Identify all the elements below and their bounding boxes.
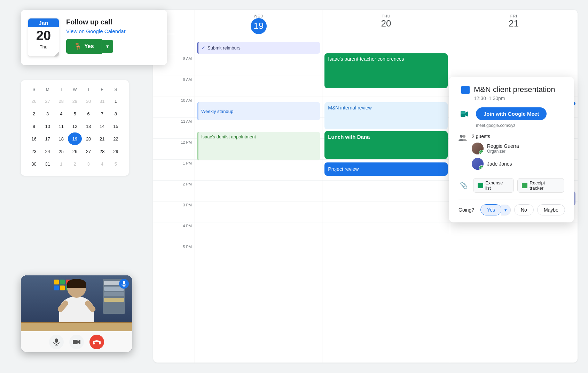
mini-cal-day[interactable]: 1: [109, 95, 123, 107]
attachment-icon: 📎: [460, 182, 468, 189]
mini-cal-day[interactable]: 16: [27, 132, 41, 145]
time-slot: 3 PM: [153, 201, 195, 222]
rsvp-maybe-button[interactable]: Maybe: [537, 204, 565, 215]
mini-cal-header-s: S: [27, 86, 41, 95]
cal-day-name-thu: THU: [322, 14, 449, 18]
time-slot: 10 AM: [153, 97, 195, 118]
mini-cal-day[interactable]: 28: [95, 145, 109, 158]
mini-cal-day[interactable]: 3: [41, 107, 54, 120]
mini-cal-day[interactable]: 27: [41, 95, 54, 107]
mini-cal-day[interactable]: 17: [41, 132, 54, 145]
mini-cal-header-t: T: [54, 86, 68, 95]
join-google-meet-button[interactable]: Join with Google Meet: [476, 107, 547, 120]
mini-cal-day[interactable]: 5: [109, 158, 123, 170]
mini-cal-day[interactable]: 30: [82, 95, 95, 107]
mini-cal-day[interactable]: 1: [54, 158, 68, 170]
view-on-google-calendar-link[interactable]: View on Google Calendar: [66, 28, 157, 34]
mini-cal-day[interactable]: 8: [109, 107, 123, 120]
mini-cal-day[interactable]: 26: [27, 95, 41, 107]
hang-up-button[interactable]: [89, 335, 104, 349]
audio-indicator: [119, 279, 129, 289]
mini-cal-day[interactable]: 10: [41, 120, 54, 132]
mini-cal-day[interactable]: 28: [54, 95, 68, 107]
mini-cal-day[interactable]: 5: [68, 107, 81, 120]
cal-day-header-wed: WED 19: [195, 10, 322, 37]
cal-time-column: 8 AM 9 AM 10 AM 11 AM 12 PM 1 PM 2 PM 3 …: [153, 34, 195, 363]
mini-cal-day[interactable]: 9: [27, 120, 41, 132]
mini-cal-day[interactable]: 24: [41, 145, 54, 158]
guest-item: ✓ Reggie Guerra Organizer: [472, 143, 564, 154]
mini-cal-day[interactable]: 19: [68, 132, 81, 145]
event-detail-time: 12:30–1:30pm: [458, 96, 564, 101]
rsvp-no-button[interactable]: No: [514, 204, 534, 215]
event-submit-reimburs[interactable]: ✓ Submit reimburs: [197, 42, 320, 54]
calendar-icon-widget: Jan 20 Thu: [28, 18, 59, 57]
rsvp-row: Going? Yes ▾ No Maybe: [458, 199, 564, 215]
mini-cal-day[interactable]: 30: [27, 158, 41, 170]
guest-role-reggie: Organizer: [487, 149, 519, 154]
svg-rect-12: [461, 111, 465, 114]
mini-cal-day[interactable]: 25: [54, 145, 68, 158]
mini-cal-header-t2: T: [82, 86, 95, 95]
time-slot: 12 PM: [153, 139, 195, 160]
cal-day-col-thu: Isaac's parent-teacher conferences M&N i…: [322, 34, 450, 363]
mini-cal-day[interactable]: 15: [109, 120, 123, 132]
toggle-camera-button[interactable]: [69, 335, 84, 349]
guests-icon: [458, 134, 467, 144]
mini-cal-day[interactable]: 31: [41, 158, 54, 170]
mini-cal-day[interactable]: 4: [54, 107, 68, 120]
mini-cal-day[interactable]: 3: [82, 158, 95, 170]
attachment-label: Expense list: [485, 180, 510, 191]
mini-cal-day[interactable]: 7: [95, 107, 109, 120]
guests-count-label: 2 guests: [472, 134, 564, 139]
mini-cal-day[interactable]: 4: [95, 158, 109, 170]
mini-cal-day[interactable]: 21: [95, 132, 109, 145]
mini-cal-day[interactable]: 2: [68, 158, 81, 170]
event-isaacs-dentist[interactable]: Isaac's dentist appointment: [197, 132, 320, 160]
attachment-expense-list[interactable]: Expense list: [473, 178, 514, 193]
time-slot: 11 AM: [153, 118, 195, 139]
google-meet-icon: [458, 108, 471, 120]
mini-cal-day[interactable]: 23: [27, 145, 41, 158]
cal-day-header-fri: FRI 21: [450, 10, 578, 37]
mini-cal-day[interactable]: 18: [54, 132, 68, 145]
video-call-widget: [21, 275, 132, 352]
mini-cal-day[interactable]: 29: [68, 95, 81, 107]
time-slot: 5 PM: [153, 243, 195, 264]
svg-point-13: [460, 135, 463, 138]
mini-cal-day[interactable]: 22: [109, 132, 123, 145]
event-weekly-standup[interactable]: Weekly standup: [197, 102, 320, 120]
mini-cal-day[interactable]: 20: [82, 132, 95, 145]
svg-rect-0: [123, 281, 125, 284]
rsvp-yes-button[interactable]: Yes: [480, 204, 502, 215]
svg-rect-3: [55, 338, 58, 343]
mini-cal-day[interactable]: 12: [68, 120, 81, 132]
guest-avatar-reggie: ✓: [472, 143, 484, 154]
mini-cal-day[interactable]: 26: [68, 145, 81, 158]
mini-cal-day[interactable]: 6: [82, 107, 95, 120]
event-parent-teacher[interactable]: Isaac's parent-teacher conferences: [324, 53, 447, 88]
rsvp-yes-dropdown-button[interactable]: ▾: [501, 205, 511, 215]
svg-rect-6: [73, 340, 78, 344]
mini-cal-day[interactable]: 31: [95, 95, 109, 107]
event-mn-internal[interactable]: M&N internal review: [324, 102, 447, 129]
event-detail-popup: M&N client presentation 12:30–1:30pm Joi…: [449, 77, 574, 222]
mini-cal-day[interactable]: 2: [27, 107, 41, 120]
mini-cal-header-m: M: [41, 86, 54, 95]
cal-day-col-wed: ✓ Submit reimburs Weekly standup Isaac's…: [195, 34, 322, 363]
rsvp-btn-group: 🪑 Yes ▾: [66, 39, 157, 54]
going-label: Going?: [458, 207, 474, 213]
event-project-review[interactable]: Project review: [324, 162, 447, 176]
guest-name-jade: Jade Jones: [487, 161, 512, 167]
mini-cal-day[interactable]: 13: [82, 120, 95, 132]
mute-microphone-button[interactable]: [49, 335, 64, 349]
mini-cal-day[interactable]: 29: [109, 145, 123, 158]
attachment-receipt-tracker[interactable]: Receipt tracker: [517, 178, 564, 193]
rsvp-dropdown-button[interactable]: ▾: [102, 40, 113, 53]
event-lunch-dana[interactable]: Lunch with Dana: [324, 131, 447, 159]
mini-cal-day[interactable]: 11: [54, 120, 68, 132]
mini-cal-header-s2: S: [109, 86, 123, 95]
mini-cal-day[interactable]: 14: [95, 120, 109, 132]
rsvp-yes-button[interactable]: 🪑 Yes: [66, 39, 102, 54]
mini-cal-day[interactable]: 27: [82, 145, 95, 158]
